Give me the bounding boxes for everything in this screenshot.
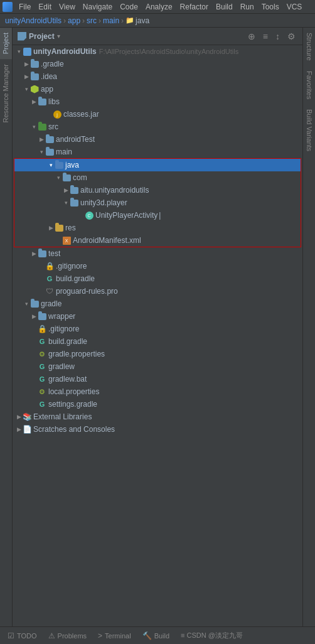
src-arrow: ▾ xyxy=(30,123,38,131)
cursor-indicator: | xyxy=(159,211,161,220)
expand-button[interactable]: ↕ xyxy=(274,31,282,42)
tree-item-local-properties[interactable]: ▶ ⚙ local.properties xyxy=(13,385,302,398)
classes-jar-icon: j xyxy=(53,110,61,119)
tree-item-gradlew[interactable]: ▶ G gradlew xyxy=(13,360,302,373)
tree-root[interactable]: ▾ unityAndroidUtils F:\AllProjects\Andro… xyxy=(13,45,302,58)
breadcrumb-src[interactable]: src xyxy=(87,16,97,25)
breadcrumb-folder-icon: 📁 xyxy=(125,16,134,24)
gitignore-app-icon: 🔒 xyxy=(45,262,54,271)
menu-code[interactable]: Code xyxy=(116,0,142,14)
tree-item-gradle-folder[interactable]: ▾ gradle xyxy=(13,298,302,310)
bottom-tab-todo[interactable]: ☑ TODO xyxy=(3,628,42,643)
local-properties-label: local.properties xyxy=(48,387,99,396)
tree-item-build-gradle-app[interactable]: ▶ G build.gradle xyxy=(13,272,302,285)
bottom-tab-problems[interactable]: ⚠ Problems xyxy=(43,628,92,643)
tree-item-java[interactable]: ▾ java xyxy=(14,159,301,171)
tree-item-test[interactable]: ▶ test xyxy=(13,247,302,260)
gradle-root-arrow: ▶ xyxy=(23,60,30,68)
bottom-tab-csdn[interactable]: ≡ CSDN @淡定九哥 xyxy=(176,628,248,643)
bottom-tab-terminal[interactable]: > Terminal xyxy=(93,628,136,643)
tree-item-idea[interactable]: ▶ .idea xyxy=(13,70,302,83)
wrapper-arrow: ▶ xyxy=(30,313,38,320)
tree-item-aitu[interactable]: ▶ aitu.unityandroidutils xyxy=(14,184,301,196)
root-icon xyxy=(23,47,31,56)
com-label: com xyxy=(73,173,87,182)
tree-item-build-gradle-root[interactable]: ▶ G build.gradle xyxy=(13,335,302,348)
tree-item-app[interactable]: ▾ app xyxy=(13,83,302,95)
external-libs-icon: 📚 xyxy=(23,412,31,421)
app-label: app xyxy=(41,85,53,94)
src-label: src xyxy=(48,122,58,131)
menu-build[interactable]: Build xyxy=(212,0,237,14)
tree-item-libs[interactable]: ▶ libs xyxy=(13,95,302,108)
csdn-label: ≡ CSDN @淡定九哥 xyxy=(181,631,243,640)
app-icon-tree xyxy=(30,85,39,94)
menu-bar: File Edit View Navigate Code Analyze Ref… xyxy=(0,0,315,14)
tree-item-gradlew-bat[interactable]: ▶ G gradlew.bat xyxy=(13,373,302,385)
proguard-label: proguard-rules.pro xyxy=(56,287,118,296)
tree-item-scratches[interactable]: ▶ 📄 Scratches and Consoles xyxy=(13,423,302,436)
test-arrow: ▶ xyxy=(30,250,38,257)
menu-refactor[interactable]: Refactor xyxy=(176,0,212,14)
tree-item-main[interactable]: ▾ main xyxy=(13,146,302,158)
menu-edit[interactable]: Edit xyxy=(35,0,55,14)
tree-container[interactable]: ▾ unityAndroidUtils F:\AllProjects\Andro… xyxy=(13,45,302,626)
tree-item-gradle-properties[interactable]: ▶ ⚙ gradle.properties xyxy=(13,348,302,360)
panel-header: Project ▾ ⊕ ≡ ↕ ⚙ xyxy=(13,28,302,45)
idea-icon xyxy=(30,72,39,81)
settings-button[interactable]: ⚙ xyxy=(286,31,297,42)
unity3d-icon xyxy=(70,198,78,207)
menu-view[interactable]: View xyxy=(55,0,79,14)
breadcrumb-java: java xyxy=(136,16,149,25)
locate-button[interactable]: ⊕ xyxy=(246,31,257,42)
collapse-button[interactable]: ≡ xyxy=(261,31,270,42)
menu-analyze[interactable]: Analyze xyxy=(142,0,176,14)
right-tab-favorites[interactable]: Favorites xyxy=(303,66,315,104)
idea-arrow: ▶ xyxy=(23,73,30,80)
highlight-region: ▾ java ▾ com xyxy=(14,158,301,247)
tree-item-gitignore-root[interactable]: ▶ 🔒 .gitignore xyxy=(13,323,302,335)
menu-tools[interactable]: Tools xyxy=(258,0,283,14)
unity-activity-label: UnityPlayerActivity xyxy=(95,211,158,220)
libs-icon xyxy=(38,97,46,106)
classes-jar-label: classes.jar xyxy=(63,110,99,119)
tree-item-gradle-root[interactable]: ▶ .gradle xyxy=(13,58,302,70)
tree-item-androidmanifest[interactable]: ▶ X AndroidManifest.xml xyxy=(14,234,301,247)
libs-arrow: ▶ xyxy=(30,98,38,105)
tree-item-classes-jar[interactable]: ▶ j classes.jar xyxy=(13,108,302,121)
breadcrumb-project[interactable]: unityAndroidUtils xyxy=(5,16,61,25)
com-arrow: ▾ xyxy=(55,174,62,181)
java-icon xyxy=(55,161,63,169)
breadcrumb-main[interactable]: main xyxy=(103,16,119,25)
right-tab-structure[interactable]: Structure xyxy=(303,28,315,66)
breadcrumb-app[interactable]: app xyxy=(68,16,80,25)
tree-item-gitignore-app[interactable]: ▶ 🔒 .gitignore xyxy=(13,260,302,272)
menu-navigate[interactable]: Navigate xyxy=(79,0,116,14)
main-label: main xyxy=(56,148,72,156)
settings-gradle-label: settings.gradle xyxy=(48,400,97,409)
tree-item-settings-gradle[interactable]: ▶ G settings.gradle xyxy=(13,398,302,411)
menu-run[interactable]: Run xyxy=(237,0,258,14)
tree-item-unity3d[interactable]: ▾ unity3d.player xyxy=(14,196,301,209)
panel-title-area: Project ▾ xyxy=(18,32,246,41)
tree-item-com[interactable]: ▾ com xyxy=(14,171,301,184)
tree-item-androidtest[interactable]: ▶ androidTest xyxy=(13,133,302,146)
tree-item-wrapper[interactable]: ▶ wrapper xyxy=(13,310,302,323)
left-tab-project[interactable]: Project xyxy=(0,28,12,59)
panel-dropdown-arrow[interactable]: ▾ xyxy=(57,33,60,40)
tree-item-external-libs[interactable]: ▶ 📚 External Libraries xyxy=(13,411,302,423)
bottom-tabs: ☑ TODO ⚠ Problems > Terminal 🔨 Build ≡ C… xyxy=(0,626,315,644)
tree-item-proguard[interactable]: ▶ 🛡 proguard-rules.pro xyxy=(13,285,302,298)
menu-vcs[interactable]: VCS xyxy=(283,0,306,14)
tree-item-unityplayeractivity[interactable]: ▶ C UnityPlayerActivity | xyxy=(14,209,301,222)
tree-item-src[interactable]: ▾ src xyxy=(13,121,302,133)
tree-item-res[interactable]: ▶ res xyxy=(14,222,301,234)
build-gradle-root-label: build.gradle xyxy=(48,337,87,346)
left-tab-resource-manager[interactable]: Resource Manager xyxy=(0,59,12,128)
bottom-tab-build[interactable]: 🔨 Build xyxy=(137,628,174,643)
androidtest-label: androidTest xyxy=(56,135,95,144)
build-label: Build xyxy=(154,632,169,640)
idea-label: .idea xyxy=(41,72,57,81)
menu-file[interactable]: File xyxy=(15,0,35,14)
right-tab-build-variants[interactable]: Build Variants xyxy=(303,104,315,156)
